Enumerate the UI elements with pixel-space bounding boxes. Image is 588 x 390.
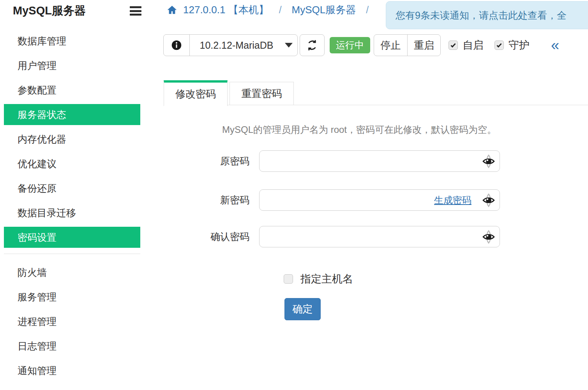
hamburger-menu-icon[interactable] bbox=[130, 6, 141, 16]
main-content: 127.0.0.1 【本机】 / MySQL服务器 / 您有9条未读通知，请点击… bbox=[164, 0, 588, 390]
breadcrumb: 127.0.0.1 【本机】 / MySQL服务器 / bbox=[167, 3, 379, 17]
sidebar-item-server-status[interactable]: 服务器状态 bbox=[4, 104, 140, 125]
old-password-label: 原密码 bbox=[164, 150, 249, 172]
chevron-down-icon bbox=[285, 43, 293, 48]
sidebar-item-data-dir-migration[interactable]: 数据目录迁移 bbox=[4, 202, 140, 223]
sidebar-header: MySQL服务器 bbox=[0, 0, 154, 19]
sidebar-item-firewall[interactable]: 防火墙 bbox=[4, 262, 140, 283]
info-button[interactable] bbox=[164, 35, 190, 56]
unread-notifications-text: 您有9条未读通知，请点击此处查看，全 bbox=[396, 9, 567, 22]
new-password-label: 新密码 bbox=[164, 189, 249, 211]
breadcrumb-page-link[interactable]: MySQL服务器 bbox=[292, 3, 356, 17]
stop-button[interactable]: 停止 bbox=[374, 35, 407, 56]
sidebar-item-label: 通知管理 bbox=[18, 364, 57, 377]
sidebar-item-service-management[interactable]: 服务管理 bbox=[4, 286, 140, 307]
check-icon bbox=[450, 42, 456, 48]
sidebar-item-label: 日志管理 bbox=[18, 340, 57, 353]
eye-icon bbox=[482, 154, 495, 169]
new-password-field-wrap: 生成密码 bbox=[259, 189, 500, 211]
generate-password-link[interactable]: 生成密码 bbox=[434, 194, 471, 206]
toggle-confirm-password-visibility[interactable] bbox=[482, 229, 496, 245]
sidebar-item-parameters[interactable]: 参数配置 bbox=[4, 79, 140, 101]
refresh-icon bbox=[306, 39, 318, 51]
unread-notifications-banner[interactable]: 您有9条未读通知，请点击此处查看，全 bbox=[386, 1, 588, 29]
confirm-password-label: 确认密码 bbox=[164, 226, 249, 247]
sidebar-item-memory-optimizer[interactable]: 内存优化器 bbox=[4, 129, 140, 150]
sidebar-item-label: 参数配置 bbox=[18, 84, 57, 97]
sidebar-item-label: 备份还原 bbox=[18, 182, 57, 195]
specify-host-checkbox[interactable] bbox=[284, 274, 293, 284]
sidebar-item-password-settings[interactable]: 密码设置 bbox=[4, 227, 140, 248]
restart-button[interactable]: 重启 bbox=[407, 35, 440, 56]
sidebar-item-backup-restore[interactable]: 备份还原 bbox=[4, 178, 140, 199]
old-password-field-wrap bbox=[259, 150, 500, 172]
info-icon bbox=[171, 40, 182, 51]
eye-icon bbox=[482, 192, 495, 208]
sidebar-item-label: 服务器状态 bbox=[18, 108, 66, 121]
version-selected-value: 10.2.12-MariaDB bbox=[200, 40, 274, 51]
sidebar-item-label: 内存优化器 bbox=[18, 133, 66, 146]
sidebar-item-label: 数据目录迁移 bbox=[18, 206, 76, 219]
sidebar-item-users[interactable]: 用户管理 bbox=[4, 55, 140, 76]
sidebar-item-label: 防火墙 bbox=[18, 266, 47, 279]
autostart-checkbox[interactable] bbox=[449, 41, 458, 50]
tab-reset-password[interactable]: 重置密码 bbox=[230, 82, 294, 105]
password-tabs: 修改密码 重置密码 bbox=[164, 80, 588, 105]
sidebar-item-label: 服务管理 bbox=[18, 291, 57, 304]
confirm-password-field-wrap bbox=[259, 226, 500, 247]
specify-host-row[interactable]: 指定主机名 bbox=[284, 272, 353, 286]
sidebar-item-label: 用户管理 bbox=[18, 59, 57, 72]
form-description: MySQL的管理员用户名为 root，密码可在此修改，默认密码为空。 bbox=[222, 124, 496, 136]
sidebar-divider bbox=[4, 254, 140, 254]
sidebar-item-label: 密码设置 bbox=[18, 231, 57, 244]
app-title: MySQL服务器 bbox=[13, 3, 86, 19]
mysql-manager-page: MySQL服务器 数据库管理 用户管理 参数配置 服务器状态 内存优化器 优化建… bbox=[0, 0, 588, 390]
version-group: 10.2.12-MariaDB bbox=[163, 34, 298, 56]
sidebar-item-process-management[interactable]: 进程管理 bbox=[4, 311, 140, 332]
toggle-old-password-visibility[interactable] bbox=[482, 153, 496, 169]
old-password-input[interactable] bbox=[260, 151, 500, 171]
service-toolbar: 10.2.12-MariaDB 运行中 停止 重启 bbox=[163, 34, 559, 56]
version-select[interactable]: 10.2.12-MariaDB bbox=[190, 35, 297, 56]
service-actions-group: 停止 重启 bbox=[374, 34, 441, 56]
breadcrumb-separator: / bbox=[279, 4, 282, 16]
check-icon bbox=[496, 42, 502, 48]
daemon-label: 守护 bbox=[509, 38, 530, 52]
toggle-new-password-visibility[interactable] bbox=[482, 192, 496, 208]
breadcrumb-separator: / bbox=[366, 4, 369, 16]
home-icon[interactable] bbox=[167, 5, 177, 15]
sidebar-item-label: 进程管理 bbox=[18, 315, 57, 328]
sidebar-menu: 数据库管理 用户管理 参数配置 服务器状态 内存优化器 优化建议 备份还原 数据… bbox=[0, 30, 154, 385]
sidebar-item-label: 优化建议 bbox=[18, 157, 57, 170]
sidebar: MySQL服务器 数据库管理 用户管理 参数配置 服务器状态 内存优化器 优化建… bbox=[0, 0, 154, 390]
sidebar-item-database[interactable]: 数据库管理 bbox=[4, 30, 140, 51]
refresh-button[interactable] bbox=[300, 34, 325, 56]
daemon-toggle[interactable]: 守护 bbox=[494, 38, 530, 52]
confirm-submit-button[interactable]: 确定 bbox=[284, 298, 321, 320]
sidebar-item-notification-management[interactable]: 通知管理 bbox=[4, 360, 140, 381]
sidebar-item-optimization-advice[interactable]: 优化建议 bbox=[4, 153, 140, 174]
autostart-label: 自启 bbox=[463, 38, 484, 52]
status-badge: 运行中 bbox=[330, 37, 370, 53]
confirm-password-input[interactable] bbox=[260, 226, 500, 247]
specify-host-label: 指定主机名 bbox=[300, 272, 353, 286]
breadcrumb-host-link[interactable]: 127.0.0.1 【本机】 bbox=[183, 3, 269, 17]
sidebar-item-label: 数据库管理 bbox=[18, 35, 66, 48]
tab-change-password[interactable]: 修改密码 bbox=[164, 80, 228, 106]
sidebar-item-log-management[interactable]: 日志管理 bbox=[4, 335, 140, 356]
eye-icon bbox=[482, 229, 495, 245]
autostart-toggle[interactable]: 自启 bbox=[449, 38, 484, 52]
collapse-panel-icon[interactable]: « bbox=[551, 37, 559, 54]
daemon-checkbox[interactable] bbox=[494, 41, 504, 50]
